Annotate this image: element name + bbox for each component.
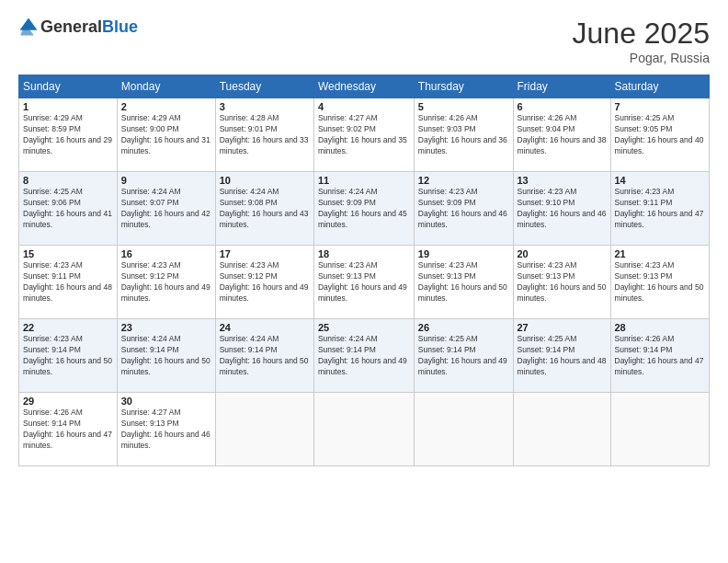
day-number: 10 xyxy=(220,175,310,186)
day-number: 2 xyxy=(121,101,211,112)
calendar-week-5: 29 Sunrise: 4:26 AMSunset: 9:14 PMDaylig… xyxy=(19,393,710,466)
header: GeneralBlue June 2025 Pogar, Russia xyxy=(18,17,710,65)
calendar-cell: 18 Sunrise: 4:23 AMSunset: 9:13 PMDaylig… xyxy=(313,246,414,319)
calendar-cell: 4 Sunrise: 4:27 AMSunset: 9:02 PMDayligh… xyxy=(313,98,414,172)
col-sunday: Sunday xyxy=(19,75,118,98)
calendar-table: Sunday Monday Tuesday Wednesday Thursday… xyxy=(18,75,710,466)
day-number: 19 xyxy=(418,248,509,259)
logo-icon xyxy=(18,17,39,37)
day-info: Sunrise: 4:25 AMSunset: 9:14 PMDaylight:… xyxy=(518,334,607,378)
day-info: Sunrise: 4:27 AMSunset: 9:02 PMDaylight:… xyxy=(318,113,410,157)
logo-blue: Blue xyxy=(102,17,138,36)
calendar-week-2: 8 Sunrise: 4:25 AMSunset: 9:06 PMDayligh… xyxy=(19,172,710,246)
day-number: 4 xyxy=(318,101,410,112)
day-number: 5 xyxy=(418,101,509,112)
calendar-cell xyxy=(610,393,710,466)
day-number: 3 xyxy=(220,101,310,112)
day-number: 20 xyxy=(518,248,607,259)
day-info: Sunrise: 4:23 AMSunset: 9:12 PMDaylight:… xyxy=(220,260,310,304)
day-info: Sunrise: 4:26 AMSunset: 9:14 PMDaylight:… xyxy=(23,408,113,452)
calendar-cell: 10 Sunrise: 4:24 AMSunset: 9:08 PMDaylig… xyxy=(215,172,313,246)
col-tuesday: Tuesday xyxy=(215,75,313,98)
calendar-cell: 11 Sunrise: 4:24 AMSunset: 9:09 PMDaylig… xyxy=(313,172,414,246)
day-info: Sunrise: 4:28 AMSunset: 9:01 PMDaylight:… xyxy=(220,113,310,157)
day-info: Sunrise: 4:24 AMSunset: 9:14 PMDaylight:… xyxy=(318,334,410,378)
logo: GeneralBlue xyxy=(18,17,138,37)
day-number: 1 xyxy=(23,101,113,112)
calendar-cell: 25 Sunrise: 4:24 AMSunset: 9:14 PMDaylig… xyxy=(313,319,414,393)
title-block: June 2025 Pogar, Russia xyxy=(573,17,710,65)
day-info: Sunrise: 4:23 AMSunset: 9:14 PMDaylight:… xyxy=(23,334,113,378)
calendar-cell xyxy=(215,393,313,466)
day-info: Sunrise: 4:23 AMSunset: 9:10 PMDaylight:… xyxy=(518,187,607,231)
day-number: 25 xyxy=(318,322,410,333)
calendar-cell: 1 Sunrise: 4:29 AMSunset: 8:59 PMDayligh… xyxy=(19,98,118,172)
col-wednesday: Wednesday xyxy=(313,75,414,98)
calendar-cell: 19 Sunrise: 4:23 AMSunset: 9:13 PMDaylig… xyxy=(414,246,513,319)
day-info: Sunrise: 4:26 AMSunset: 9:04 PMDaylight:… xyxy=(518,113,607,157)
title-month: June 2025 xyxy=(573,17,710,51)
calendar-cell: 9 Sunrise: 4:24 AMSunset: 9:07 PMDayligh… xyxy=(117,172,215,246)
day-number: 21 xyxy=(615,248,706,259)
calendar-cell xyxy=(414,393,513,466)
day-info: Sunrise: 4:26 AMSunset: 9:14 PMDaylight:… xyxy=(615,334,706,378)
calendar-cell xyxy=(513,393,610,466)
day-number: 26 xyxy=(418,322,509,333)
calendar-cell: 24 Sunrise: 4:24 AMSunset: 9:14 PMDaylig… xyxy=(215,319,313,393)
calendar-week-1: 1 Sunrise: 4:29 AMSunset: 8:59 PMDayligh… xyxy=(19,98,710,172)
day-number: 15 xyxy=(23,248,113,259)
calendar-cell: 8 Sunrise: 4:25 AMSunset: 9:06 PMDayligh… xyxy=(19,172,118,246)
calendar-cell: 21 Sunrise: 4:23 AMSunset: 9:13 PMDaylig… xyxy=(610,246,710,319)
logo-general: General xyxy=(40,17,102,36)
day-info: Sunrise: 4:24 AMSunset: 9:14 PMDaylight:… xyxy=(220,334,310,378)
calendar-cell: 15 Sunrise: 4:23 AMSunset: 9:11 PMDaylig… xyxy=(19,246,118,319)
calendar-cell: 3 Sunrise: 4:28 AMSunset: 9:01 PMDayligh… xyxy=(215,98,313,172)
day-number: 8 xyxy=(23,175,113,186)
day-number: 7 xyxy=(615,101,706,112)
day-info: Sunrise: 4:29 AMSunset: 9:00 PMDaylight:… xyxy=(121,113,211,157)
calendar-header-row: Sunday Monday Tuesday Wednesday Thursday… xyxy=(19,75,710,98)
day-number: 18 xyxy=(318,248,410,259)
calendar-cell: 30 Sunrise: 4:27 AMSunset: 9:13 PMDaylig… xyxy=(117,393,215,466)
day-info: Sunrise: 4:23 AMSunset: 9:12 PMDaylight:… xyxy=(121,260,211,304)
calendar-cell: 6 Sunrise: 4:26 AMSunset: 9:04 PMDayligh… xyxy=(513,98,610,172)
calendar-cell: 5 Sunrise: 4:26 AMSunset: 9:03 PMDayligh… xyxy=(414,98,513,172)
calendar-cell: 22 Sunrise: 4:23 AMSunset: 9:14 PMDaylig… xyxy=(19,319,118,393)
page: GeneralBlue June 2025 Pogar, Russia Sund… xyxy=(0,0,728,563)
day-number: 28 xyxy=(615,322,706,333)
day-info: Sunrise: 4:23 AMSunset: 9:13 PMDaylight:… xyxy=(518,260,607,304)
day-info: Sunrise: 4:24 AMSunset: 9:09 PMDaylight:… xyxy=(318,187,410,231)
calendar-cell: 26 Sunrise: 4:25 AMSunset: 9:14 PMDaylig… xyxy=(414,319,513,393)
col-friday: Friday xyxy=(513,75,610,98)
day-number: 11 xyxy=(318,175,410,186)
day-info: Sunrise: 4:23 AMSunset: 9:13 PMDaylight:… xyxy=(318,260,410,304)
calendar-cell: 13 Sunrise: 4:23 AMSunset: 9:10 PMDaylig… xyxy=(513,172,610,246)
calendar-cell: 17 Sunrise: 4:23 AMSunset: 9:12 PMDaylig… xyxy=(215,246,313,319)
day-info: Sunrise: 4:29 AMSunset: 8:59 PMDaylight:… xyxy=(23,113,113,157)
col-monday: Monday xyxy=(117,75,215,98)
calendar-week-3: 15 Sunrise: 4:23 AMSunset: 9:11 PMDaylig… xyxy=(19,246,710,319)
day-info: Sunrise: 4:25 AMSunset: 9:05 PMDaylight:… xyxy=(615,113,706,157)
day-info: Sunrise: 4:23 AMSunset: 9:11 PMDaylight:… xyxy=(23,260,113,304)
calendar-cell: 20 Sunrise: 4:23 AMSunset: 9:13 PMDaylig… xyxy=(513,246,610,319)
logo-text: GeneralBlue xyxy=(40,17,138,37)
day-number: 6 xyxy=(518,101,607,112)
day-number: 12 xyxy=(418,175,509,186)
day-info: Sunrise: 4:25 AMSunset: 9:06 PMDaylight:… xyxy=(23,187,113,231)
calendar-cell: 28 Sunrise: 4:26 AMSunset: 9:14 PMDaylig… xyxy=(610,319,710,393)
day-number: 16 xyxy=(121,248,211,259)
day-info: Sunrise: 4:24 AMSunset: 9:14 PMDaylight:… xyxy=(121,334,211,378)
day-info: Sunrise: 4:23 AMSunset: 9:13 PMDaylight:… xyxy=(615,260,706,304)
day-number: 29 xyxy=(23,396,113,407)
day-number: 9 xyxy=(121,175,211,186)
calendar-cell: 7 Sunrise: 4:25 AMSunset: 9:05 PMDayligh… xyxy=(610,98,710,172)
day-info: Sunrise: 4:27 AMSunset: 9:13 PMDaylight:… xyxy=(121,408,211,452)
calendar-cell: 16 Sunrise: 4:23 AMSunset: 9:12 PMDaylig… xyxy=(117,246,215,319)
calendar-week-4: 22 Sunrise: 4:23 AMSunset: 9:14 PMDaylig… xyxy=(19,319,710,393)
day-info: Sunrise: 4:23 AMSunset: 9:09 PMDaylight:… xyxy=(418,187,509,231)
col-saturday: Saturday xyxy=(610,75,710,98)
day-number: 24 xyxy=(220,322,310,333)
day-number: 13 xyxy=(518,175,607,186)
day-info: Sunrise: 4:25 AMSunset: 9:14 PMDaylight:… xyxy=(418,334,509,378)
day-info: Sunrise: 4:24 AMSunset: 9:07 PMDaylight:… xyxy=(121,187,211,231)
